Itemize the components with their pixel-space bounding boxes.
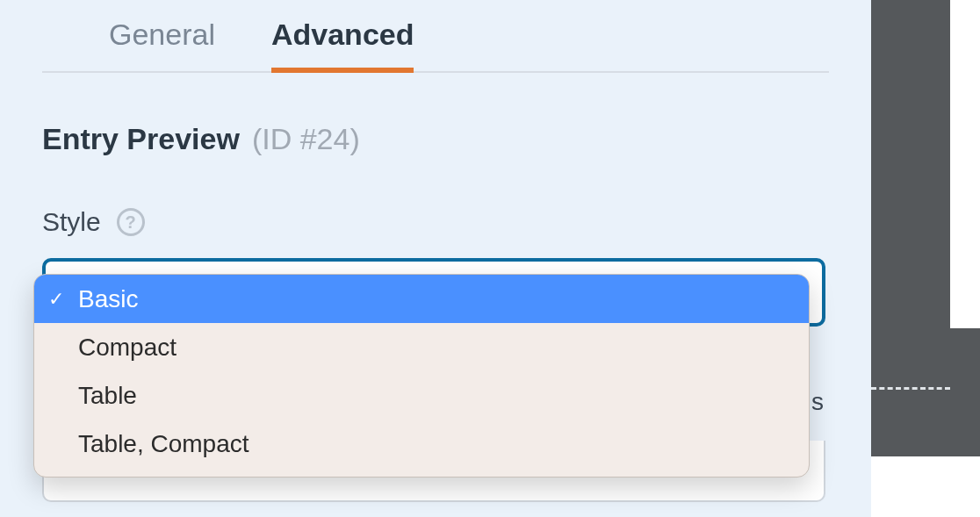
sidebar-handle-bottom xyxy=(871,328,950,456)
section-title: Entry Preview (ID #24) xyxy=(42,122,829,156)
section-title-text: Entry Preview xyxy=(42,122,240,156)
tab-advanced[interactable]: Advanced xyxy=(271,18,414,71)
check-icon: ✓ xyxy=(48,288,68,311)
settings-panel: General Advanced Entry Preview (ID #24) … xyxy=(0,0,871,517)
dropdown-option-label: Table xyxy=(78,382,137,410)
section-id-label: (ID #24) xyxy=(252,122,360,156)
tab-general[interactable]: General xyxy=(109,18,215,71)
sidebar-divider xyxy=(871,387,950,390)
dropdown-option-label: Table, Compact xyxy=(78,430,249,458)
dropdown-option-table-compact[interactable]: ✓ Table, Compact xyxy=(34,420,809,468)
dropdown-option-table[interactable]: ✓ Table xyxy=(34,371,809,420)
obscured-text-fragment: s xyxy=(811,388,824,416)
dropdown-option-compact[interactable]: ✓ Compact xyxy=(34,323,809,371)
help-icon[interactable]: ? xyxy=(117,208,145,236)
dropdown-option-label: Basic xyxy=(78,285,138,313)
style-select-wrapper: ✓ Basic ✓ Compact ✓ Table ✓ Table, Compa… xyxy=(42,258,829,327)
dropdown-option-basic[interactable]: ✓ Basic xyxy=(34,275,809,323)
background-area xyxy=(950,0,980,328)
style-dropdown: ✓ Basic ✓ Compact ✓ Table ✓ Table, Compa… xyxy=(33,274,810,478)
sidebar-notch xyxy=(950,328,980,456)
sidebar-handle-top xyxy=(871,0,950,328)
field-style-row: Style ? xyxy=(42,207,829,237)
dropdown-option-label: Compact xyxy=(78,334,177,362)
right-sidebar-strip xyxy=(871,0,980,517)
section-entry-preview: Entry Preview (ID #24) Style ? ✓ Basic ✓… xyxy=(0,73,871,327)
field-style-label: Style xyxy=(42,207,101,237)
tabs-bar: General Advanced xyxy=(42,0,829,73)
